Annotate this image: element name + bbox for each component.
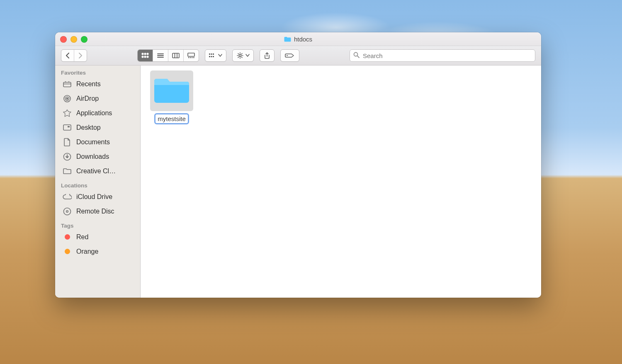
sidebar-item-label: Recents <box>76 80 101 88</box>
svg-rect-21 <box>211 56 212 57</box>
downloads-icon <box>63 153 72 161</box>
sidebar-section-favorites: Favorites <box>55 66 140 77</box>
svg-rect-18 <box>211 53 212 55</box>
desktop-icon <box>63 124 72 131</box>
action-menu[interactable] <box>232 49 254 62</box>
finder-sidebar: Favorites Recents AirDrop Applications D… <box>55 66 141 298</box>
close-window-button[interactable] <box>60 36 67 43</box>
sidebar-item-creative-cloud[interactable]: Creative Cl… <box>55 164 140 178</box>
view-list-button[interactable] <box>153 50 168 61</box>
tags-button[interactable] <box>280 49 299 62</box>
svg-rect-17 <box>209 53 210 55</box>
sidebar-item-downloads[interactable]: Downloads <box>55 149 140 164</box>
airdrop-icon <box>63 95 72 103</box>
finder-toolbar <box>55 46 541 66</box>
file-name-edit[interactable]: mytestsite <box>156 114 188 123</box>
search-field[interactable] <box>350 49 535 62</box>
sidebar-section-tags: Tags <box>55 218 140 230</box>
svg-rect-19 <box>213 53 214 55</box>
documents-icon <box>63 138 72 146</box>
search-input[interactable] <box>362 52 532 60</box>
sidebar-item-label: AirDrop <box>76 95 99 102</box>
svg-rect-3 <box>142 56 143 58</box>
svg-rect-1 <box>144 53 146 55</box>
window-body: Favorites Recents AirDrop Applications D… <box>55 66 541 298</box>
file-grid[interactable]: mytestsite <box>141 66 541 298</box>
sidebar-item-label: Red <box>76 233 88 241</box>
window-title-text: htdocs <box>294 36 312 43</box>
sidebar-item-recents[interactable]: Recents <box>55 77 140 91</box>
svg-rect-9 <box>173 53 179 58</box>
svg-rect-35 <box>68 126 70 127</box>
file-thumbnail[interactable] <box>150 70 193 111</box>
sidebar-item-label: Orange <box>76 248 98 255</box>
sidebar-item-desktop[interactable]: Desktop <box>55 120 140 135</box>
svg-rect-34 <box>63 125 71 130</box>
sidebar-item-label: iCloud Drive <box>76 193 112 201</box>
disc-icon <box>63 207 72 216</box>
finder-window: htdocs <box>55 32 541 298</box>
window-title: htdocs <box>284 36 312 43</box>
sidebar-item-label: Desktop <box>76 124 101 131</box>
svg-line-26 <box>357 56 359 58</box>
minimize-window-button[interactable] <box>70 36 77 43</box>
sidebar-item-label: Applications <box>76 109 112 117</box>
icloud-icon <box>63 194 72 200</box>
svg-rect-27 <box>63 82 71 87</box>
sidebar-item-label: Creative Cl… <box>76 167 116 175</box>
svg-rect-13 <box>188 57 190 58</box>
recents-icon <box>63 81 72 87</box>
svg-rect-12 <box>188 53 194 56</box>
folder-icon <box>63 168 72 175</box>
arrange-menu[interactable] <box>205 49 226 62</box>
view-columns-button[interactable] <box>168 50 184 61</box>
search-icon <box>353 52 360 60</box>
nav-segment <box>61 49 87 62</box>
svg-rect-22 <box>213 56 214 57</box>
view-gallery-button[interactable] <box>184 50 199 61</box>
folder-icon <box>284 36 291 42</box>
svg-rect-4 <box>144 56 146 58</box>
svg-rect-14 <box>190 57 191 58</box>
view-icons-button[interactable] <box>138 50 153 61</box>
traffic-lights <box>60 36 87 43</box>
svg-point-23 <box>239 54 241 56</box>
sidebar-item-label: Downloads <box>76 153 109 160</box>
applications-icon <box>63 109 72 117</box>
svg-rect-20 <box>209 56 210 57</box>
window-titlebar[interactable]: htdocs <box>55 32 541 46</box>
svg-point-37 <box>64 208 71 215</box>
svg-point-24 <box>287 55 288 56</box>
svg-rect-2 <box>147 53 148 55</box>
folder-icon <box>154 75 190 106</box>
zoom-window-button[interactable] <box>81 36 87 43</box>
svg-point-25 <box>354 52 358 56</box>
svg-point-38 <box>66 210 68 212</box>
sidebar-item-icloud[interactable]: iCloud Drive <box>55 189 140 204</box>
sidebar-tag-orange[interactable]: Orange <box>55 244 140 259</box>
share-button[interactable] <box>260 49 275 62</box>
sidebar-item-airdrop[interactable]: AirDrop <box>55 91 140 106</box>
sidebar-section-locations: Locations <box>55 178 140 189</box>
sidebar-item-documents[interactable]: Documents <box>55 135 140 149</box>
tag-dot-icon <box>63 234 72 240</box>
tag-dot-icon <box>63 249 72 254</box>
sidebar-item-label: Remote Disc <box>76 208 114 215</box>
sidebar-item-remote-disc[interactable]: Remote Disc <box>55 204 140 218</box>
svg-rect-0 <box>142 53 143 55</box>
file-item[interactable]: mytestsite <box>149 70 194 123</box>
view-mode-segment <box>137 49 199 62</box>
svg-rect-15 <box>192 57 193 58</box>
desktop-background: htdocs <box>0 0 622 364</box>
sidebar-item-applications[interactable]: Applications <box>55 106 140 120</box>
svg-rect-16 <box>193 57 194 58</box>
forward-button[interactable] <box>74 50 87 61</box>
svg-point-33 <box>66 98 68 99</box>
sidebar-tag-red[interactable]: Red <box>55 230 140 244</box>
back-button[interactable] <box>61 50 74 61</box>
sidebar-item-label: Documents <box>76 138 110 146</box>
svg-rect-5 <box>147 56 148 58</box>
